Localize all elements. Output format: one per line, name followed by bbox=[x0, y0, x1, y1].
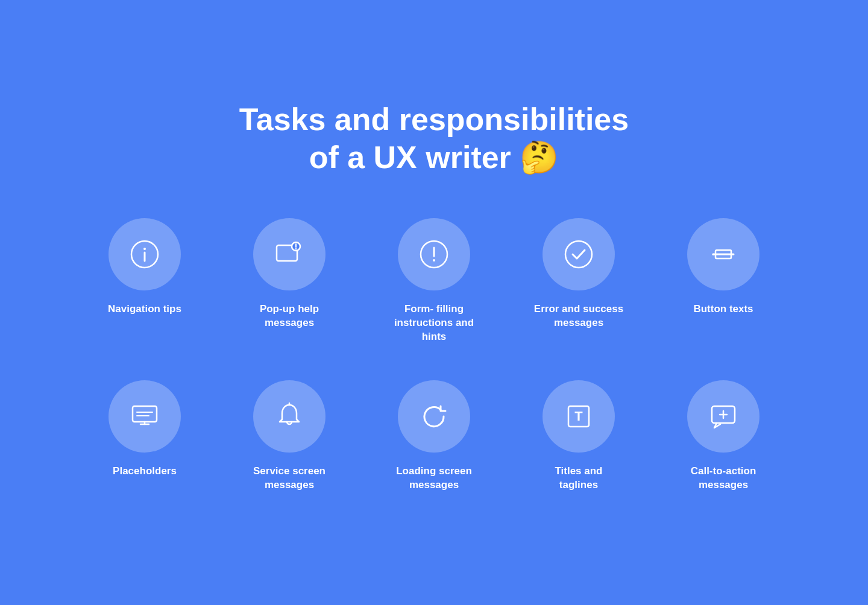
form-filling-icon-circle bbox=[398, 218, 470, 290]
grid-row-1: Navigation tips Pop-up helpmessages bbox=[72, 218, 796, 344]
navigation-tips-icon-circle bbox=[108, 218, 181, 290]
loading-screen-label: Loading screenmessages bbox=[396, 465, 472, 492]
titles-taglines-item: T Titles andtaglines bbox=[518, 380, 639, 492]
svg-point-9 bbox=[433, 259, 435, 262]
page-container: Tasks and responsibilities of a UX write… bbox=[0, 64, 868, 540]
service-screen-icon-circle bbox=[253, 380, 326, 453]
loading-screen-item: Loading screenmessages bbox=[374, 380, 494, 492]
grid-row-2: Placeholders Service screenmessages bbox=[72, 380, 796, 492]
navigation-tips-label: Navigation tips bbox=[108, 302, 181, 316]
error-success-label: Error and successmessages bbox=[534, 302, 623, 330]
call-to-action-icon-circle bbox=[687, 380, 760, 453]
svg-point-10 bbox=[565, 241, 592, 268]
info-icon bbox=[128, 238, 161, 271]
svg-point-6 bbox=[295, 248, 297, 249]
popup-icon bbox=[273, 238, 306, 271]
text-box-icon: T bbox=[562, 400, 595, 433]
call-to-action-label: Call-to-actionmessages bbox=[691, 465, 756, 492]
chat-plus-icon bbox=[707, 400, 740, 433]
placeholders-icon-circle bbox=[108, 380, 181, 453]
loading-screen-icon-circle bbox=[398, 380, 470, 453]
titles-taglines-label: Titles andtaglines bbox=[555, 465, 602, 492]
bell-icon bbox=[273, 400, 306, 433]
svg-rect-14 bbox=[133, 406, 157, 422]
page-title: Tasks and responsibilities of a UX write… bbox=[239, 101, 629, 176]
popup-help-item: Pop-up helpmessages bbox=[229, 218, 350, 344]
service-screen-label: Service screenmessages bbox=[253, 465, 326, 492]
placeholders-item: Placeholders bbox=[84, 380, 205, 492]
error-success-icon-circle bbox=[542, 218, 615, 290]
grid-container: Navigation tips Pop-up helpmessages bbox=[72, 218, 796, 492]
form-filling-item: Form- fillinginstructions andhints bbox=[374, 218, 494, 344]
service-screen-item: Service screenmessages bbox=[229, 380, 350, 492]
svg-point-2 bbox=[143, 248, 146, 250]
form-filling-label: Form- fillinginstructions andhints bbox=[394, 302, 474, 344]
exclamation-circle-icon bbox=[418, 238, 450, 271]
call-to-action-item: Call-to-actionmessages bbox=[663, 380, 784, 492]
placeholders-label: Placeholders bbox=[113, 465, 177, 478]
checkmark-circle-icon bbox=[562, 238, 595, 271]
button-bar-icon bbox=[707, 238, 740, 271]
button-texts-item: Button texts bbox=[663, 218, 784, 344]
svg-text:T: T bbox=[574, 409, 583, 424]
error-success-item: Error and successmessages bbox=[518, 218, 639, 344]
navigation-tips-item: Navigation tips bbox=[84, 218, 205, 344]
titles-taglines-icon-circle: T bbox=[542, 380, 615, 453]
popup-help-icon-circle bbox=[253, 218, 326, 290]
button-texts-label: Button texts bbox=[693, 302, 753, 316]
popup-help-label: Pop-up helpmessages bbox=[260, 302, 319, 330]
refresh-icon bbox=[418, 400, 450, 433]
button-texts-icon-circle bbox=[687, 218, 760, 290]
monitor-icon bbox=[128, 400, 161, 433]
